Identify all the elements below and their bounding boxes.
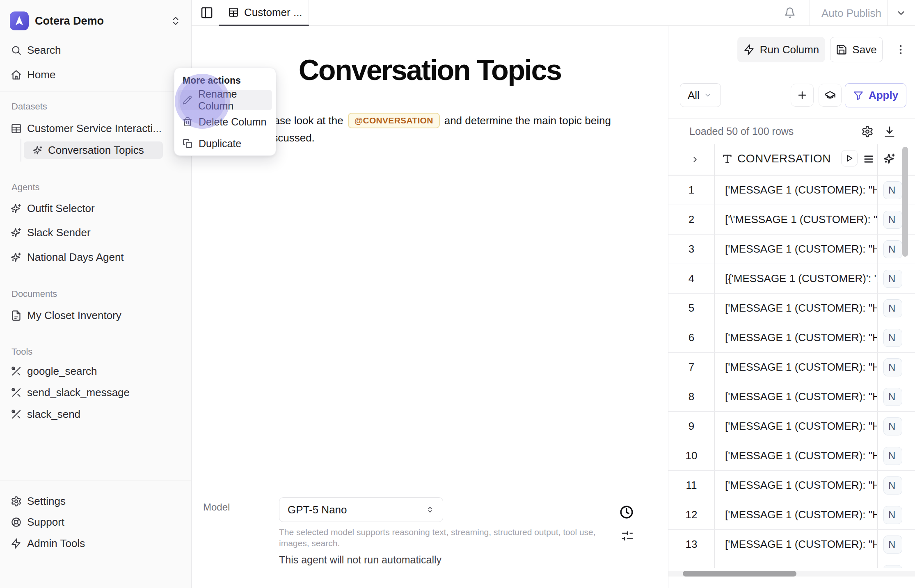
table-row[interactable]: ['MESSAGE 1 (CUSTOMER): "HN [668, 559, 915, 568]
run-column-label: Run Column [760, 43, 819, 56]
menu-lines-icon[interactable] [863, 153, 874, 165]
workspace-title[interactable]: Cotera Demo [35, 15, 104, 27]
table-row[interactable]: 11['MESSAGE 1 (CUSTOMER): "Hi theN [668, 471, 915, 500]
table-row[interactable]: 5['MESSAGE 1 (CUSTOMER): "Hi, I reN [668, 294, 915, 323]
gear-icon [11, 496, 22, 507]
cell-badge[interactable]: N [883, 240, 902, 258]
sparkles-icon [11, 203, 22, 214]
menu-item-delete-column[interactable]: Delete Column [178, 112, 272, 132]
cell-badge[interactable]: N [883, 565, 902, 568]
model-label: Model [203, 501, 230, 513]
sidebar-item-support[interactable]: Support [0, 511, 192, 533]
toggle-sidebar-icon[interactable] [200, 6, 213, 19]
table-row[interactable]: 8['MESSAGE 1 (CUSTOMER): "Hi! I reN [668, 382, 915, 412]
data-panel: Run Column Save All Apply Loaded 50 of 1… [668, 26, 915, 588]
run-column-button[interactable]: Run Column [737, 37, 825, 62]
table-row[interactable]: 1['MESSAGE 1 (CUSTOMER): "Hi theN [668, 175, 915, 205]
copy-icon [183, 139, 192, 148]
section-label-documents: Documents [11, 289, 57, 299]
cell-badge[interactable]: N [883, 211, 902, 229]
tool-icon [11, 366, 22, 377]
mention-chip[interactable]: @CONVERSATION [348, 113, 440, 128]
sidebar: Cotera Demo Search Home Datasets Custome… [0, 0, 192, 588]
table-row[interactable]: 7['MESSAGE 1 (CUSTOMER): "Hello!N [668, 353, 915, 382]
table-row[interactable]: 6['MESSAGE 1 (CUSTOMER): "Hi! I reN [668, 323, 915, 353]
topbar-divider [810, 0, 810, 25]
cell-badge[interactable]: N [883, 388, 902, 406]
sidebar-item-conversation-topics[interactable]: Conversation Topics [24, 141, 163, 159]
cell-badge[interactable]: N [883, 506, 902, 524]
table-row[interactable]: 4[{'MESSAGE 1 (CUSTOMER)': 'HelloN [668, 264, 915, 294]
sliders-icon[interactable] [621, 529, 634, 542]
expand-row-chevron-icon[interactable] [691, 155, 700, 164]
sidebar-item-tool[interactable]: slack_send [0, 403, 192, 425]
menu-item-label: Duplicate [199, 138, 241, 150]
prompt-line-1[interactable]: Please look at the @CONVERSATION and det… [258, 112, 611, 129]
menu-item-rename-column[interactable]: Rename Column [178, 90, 272, 110]
auto-publish-label[interactable]: Auto Publish [815, 7, 888, 20]
sidebar-item-tool[interactable]: send_slack_message [0, 382, 192, 403]
table-settings-gear-icon[interactable] [861, 125, 874, 138]
model-section-divider [202, 484, 659, 484]
sidebar-item-agent[interactable]: Outfit Selector [0, 198, 192, 219]
cell-badge[interactable]: N [883, 536, 902, 554]
add-filter-button[interactable] [791, 84, 814, 107]
funnel-icon [853, 90, 864, 101]
table-row[interactable]: 12['MESSAGE 1 (CUSTOMER): "Hi theN [668, 500, 915, 530]
sidebar-item-tool[interactable]: google_search [0, 360, 192, 382]
horizontal-scrollbar-thumb[interactable] [683, 571, 796, 577]
clock-icon[interactable] [619, 505, 634, 520]
column-header-label[interactable]: CONVERSATION [737, 152, 831, 165]
rocket-arrow-icon [13, 15, 25, 27]
table-row[interactable]: 9['MESSAGE 1 (CUSTOMER): "Hi theN [668, 412, 915, 441]
menu-item-duplicate[interactable]: Duplicate [178, 133, 272, 154]
cell-badge[interactable]: N [883, 329, 902, 347]
cell-badge[interactable]: N [883, 270, 902, 288]
menu-item-label: Rename Column [198, 88, 272, 112]
sidebar-item-agent[interactable]: National Days Agent [0, 246, 192, 268]
workspace-logo[interactable] [10, 11, 29, 30]
download-icon[interactable] [883, 125, 896, 138]
cell-badge[interactable]: N [883, 417, 902, 435]
cell-badge[interactable]: N [883, 299, 902, 317]
cell-badge[interactable]: N [883, 181, 902, 199]
sidebar-item-admin-tools[interactable]: Admin Tools [0, 533, 192, 554]
bell-icon[interactable] [784, 7, 796, 18]
sidebar-item-settings[interactable]: Settings [0, 490, 192, 512]
sidebar-item-agent[interactable]: Slack Sender [0, 222, 192, 243]
sidebar-item-label: Customer Service Interacti... [27, 122, 162, 135]
tab-customer[interactable]: Customer ... [219, 0, 309, 26]
vertical-scrollbar-thumb[interactable] [902, 147, 908, 257]
table-body: 1['MESSAGE 1 (CUSTOMER): "Hi theN 2['\'M… [668, 175, 915, 568]
cell-badge[interactable]: N [883, 447, 902, 465]
sidebar-item-label: Search [27, 44, 61, 57]
filter-scope-select[interactable]: All [680, 83, 721, 107]
save-button[interactable]: Save [830, 37, 883, 62]
run-cell-button[interactable] [841, 150, 858, 166]
apply-button[interactable]: Apply [845, 83, 906, 107]
workspace-switcher-icon[interactable] [170, 16, 181, 26]
sparkles-icon [33, 145, 43, 155]
sidebar-item-document[interactable]: My Closet Inventory [0, 305, 192, 326]
learn-button[interactable] [819, 84, 842, 107]
table-row[interactable]: 2['\'MESSAGE 1 (CUSTOMER): "Hi thN [668, 205, 915, 235]
sidebar-item-home[interactable]: Home [0, 64, 192, 85]
lifebuoy-icon [11, 517, 22, 528]
sparkles-icon [11, 252, 22, 263]
table-row[interactable]: 3['MESSAGE 1 (CUSTOMER): "Hi theN [668, 235, 915, 264]
zap-icon [11, 538, 22, 549]
chevron-down-icon[interactable] [896, 8, 906, 18]
sidebar-item-dataset[interactable]: Customer Service Interacti... [0, 118, 192, 139]
cell-badge[interactable]: N [883, 476, 902, 495]
table-row[interactable]: 13['MESSAGE 1 (CUSTOMER): "Hello!N [668, 530, 915, 559]
sidebar-item-search[interactable]: Search [0, 39, 192, 61]
table-row[interactable]: 10['MESSAGE 1 (CUSTOMER): "Hi theN [668, 441, 915, 471]
model-select[interactable]: GPT-5 Nano [279, 497, 443, 522]
save-icon [836, 44, 847, 55]
sidebar-item-label: My Closet Inventory [27, 309, 121, 322]
cell-badge[interactable]: N [883, 358, 902, 376]
panel-divider [668, 118, 915, 119]
model-description: The selected model supports reasoning te… [279, 526, 596, 549]
tool-icon [11, 409, 22, 420]
more-options-button[interactable] [892, 40, 909, 59]
